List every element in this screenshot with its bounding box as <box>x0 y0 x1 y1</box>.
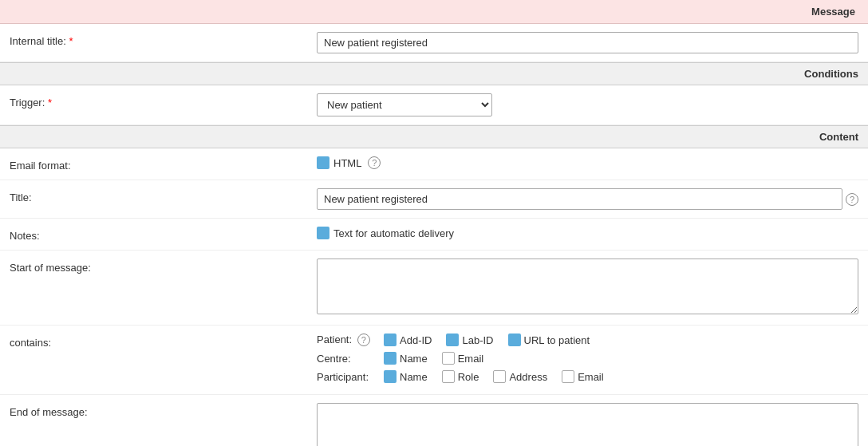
trigger-select[interactable]: New patient Existing patient Lab result <box>317 93 492 116</box>
centre-name-checkbox[interactable] <box>384 352 397 365</box>
trigger-label: Trigger: * <box>10 93 317 109</box>
lab-id-checkbox[interactable] <box>446 334 459 346</box>
centre-contains-row: Centre: Name Email <box>317 352 858 365</box>
participant-address-checkbox[interactable] <box>493 370 506 383</box>
title-row: Title: ? <box>0 180 868 219</box>
end-of-message-control <box>317 403 858 446</box>
trigger-control: New patient Existing patient Lab result <box>317 93 858 116</box>
internal-title-row: Internal title: * <box>0 24 868 62</box>
participant-role-checkbox[interactable] <box>442 370 455 383</box>
participant-sub-label: Participant: <box>317 371 381 383</box>
trigger-row: Trigger: * New patient Existing patient … <box>0 85 868 125</box>
patient-help-icon[interactable]: ? <box>357 334 370 346</box>
add-id-checkbox-label[interactable]: Add-ID <box>384 334 432 346</box>
title-input-wrap: ? <box>317 188 858 210</box>
top-banner: Message <box>0 0 868 24</box>
start-of-message-label: Start of message: <box>10 259 317 274</box>
title-help-icon[interactable]: ? <box>846 193 858 206</box>
participant-name-checkbox-label[interactable]: Name <box>384 370 428 383</box>
internal-title-control <box>317 32 858 53</box>
patient-sub-label: Patient: ? <box>317 334 381 346</box>
html-checkbox-label[interactable]: HTML ? <box>317 156 381 169</box>
internal-title-label: Internal title: * <box>10 32 317 47</box>
start-of-message-textarea[interactable] <box>317 259 858 314</box>
contains-row: contains: Patient: ? Add-ID Lab-ID <box>0 326 868 395</box>
lab-id-checkbox-label[interactable]: Lab-ID <box>446 334 493 346</box>
conditions-header: Conditions <box>0 62 868 85</box>
centre-name-checkbox-label[interactable]: Name <box>384 352 428 365</box>
contains-section: Patient: ? Add-ID Lab-ID URL to patient <box>317 334 858 386</box>
contains-control: Patient: ? Add-ID Lab-ID URL to patient <box>317 334 858 386</box>
centre-email-checkbox[interactable] <box>442 352 455 365</box>
centre-sub-label: Centre: <box>317 353 381 365</box>
email-format-label: Email format: <box>10 156 317 172</box>
start-of-message-row: Start of message: <box>0 251 868 326</box>
notes-row: Notes: Text for automatic delivery <box>0 219 868 251</box>
participant-email-checkbox[interactable] <box>562 370 574 383</box>
notes-checkbox-label[interactable]: Text for automatic delivery <box>317 227 454 239</box>
page-wrapper: Message Internal title: * Conditions Tri… <box>0 0 868 446</box>
participant-contains-row: Participant: Name Role Address <box>317 370 858 383</box>
url-to-patient-checkbox[interactable] <box>508 334 521 346</box>
add-id-checkbox[interactable] <box>384 334 397 346</box>
end-of-message-label: End of message: <box>10 403 317 418</box>
start-of-message-control <box>317 259 858 317</box>
email-format-control: HTML ? <box>317 156 858 172</box>
internal-title-input[interactable] <box>317 32 858 53</box>
title-label: Title: <box>10 188 317 203</box>
url-to-patient-checkbox-label[interactable]: URL to patient <box>508 334 590 346</box>
participant-name-checkbox[interactable] <box>384 370 397 383</box>
notes-control: Text for automatic delivery <box>317 227 858 242</box>
email-format-row: Email format: HTML ? <box>0 148 868 180</box>
html-checkbox[interactable] <box>317 156 329 169</box>
participant-role-checkbox-label[interactable]: Role <box>442 370 479 383</box>
title-input[interactable] <box>317 188 842 210</box>
contains-label: contains: <box>10 334 317 349</box>
end-of-message-textarea[interactable] <box>317 403 858 446</box>
content-header: Content <box>0 125 868 148</box>
end-of-message-row: End of message: <box>0 395 868 446</box>
banner-title: Message <box>811 6 855 18</box>
notes-label: Notes: <box>10 227 317 242</box>
title-control: ? <box>317 188 858 210</box>
centre-email-checkbox-label[interactable]: Email <box>442 352 484 365</box>
patient-contains-row: Patient: ? Add-ID Lab-ID URL to patient <box>317 334 858 346</box>
html-help-icon[interactable]: ? <box>368 156 381 169</box>
participant-address-checkbox-label[interactable]: Address <box>493 370 547 383</box>
notes-checkbox[interactable] <box>317 227 329 239</box>
participant-email-checkbox-label[interactable]: Email <box>562 370 604 383</box>
